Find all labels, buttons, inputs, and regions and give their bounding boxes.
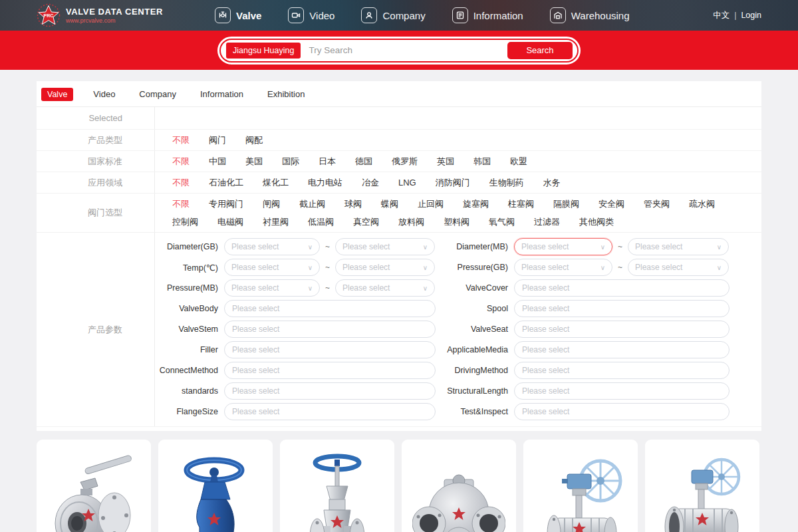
filter-option[interactable]: 截止阀 — [299, 195, 325, 213]
param-select[interactable]: Please select∨ — [224, 238, 320, 255]
param-label: ApplicableMedia — [445, 345, 514, 354]
param-input[interactable] — [224, 362, 436, 379]
filter-option[interactable]: 低温阀 — [308, 213, 334, 231]
three-way-ball-valve-image — [412, 452, 505, 532]
param-select[interactable]: Please select∨ — [514, 259, 612, 276]
filter-option[interactable]: 冶金 — [362, 174, 379, 192]
param-select[interactable]: Please select∨ — [335, 238, 435, 255]
param-select[interactable]: Please select∨ — [628, 238, 729, 255]
param-select[interactable]: Please select∨ — [224, 259, 320, 276]
range-tilde: ~ — [325, 283, 330, 293]
filter-option[interactable]: 消防阀门 — [436, 174, 470, 192]
filter-option[interactable]: 其他阀类 — [579, 213, 614, 231]
param-input[interactable] — [514, 341, 730, 358]
param-label: DrivingMethod — [445, 366, 514, 375]
filter-option[interactable]: 欧盟 — [510, 152, 527, 170]
param-input[interactable] — [224, 382, 436, 400]
product-card[interactable] — [402, 440, 516, 532]
filter-option[interactable]: 专用阀门 — [209, 195, 243, 213]
brand-logo[interactable]: PRC VALVE DATA CENTER www.prcvalve.com — [37, 3, 163, 27]
filter-option[interactable]: 蝶阀 — [381, 195, 398, 213]
filter-option[interactable]: 日本 — [319, 152, 336, 170]
product-card[interactable] — [280, 440, 394, 532]
param-input[interactable] — [514, 403, 730, 420]
param-input[interactable] — [514, 300, 730, 317]
filter-option[interactable]: LNG — [398, 174, 416, 192]
tab-exhibition[interactable]: Exhibition — [263, 87, 309, 101]
filter-option[interactable]: 美国 — [245, 152, 263, 170]
valve-icon — [215, 7, 231, 23]
filter-option[interactable]: 阀配 — [245, 131, 263, 149]
filter-option[interactable]: 氧气阀 — [489, 213, 515, 231]
filter-option[interactable]: 闸阀 — [263, 195, 280, 213]
param-input[interactable] — [514, 321, 730, 338]
param-select[interactable]: Please select∨ — [514, 238, 612, 255]
product-card[interactable] — [37, 440, 151, 532]
filter-option[interactable]: 电磁阀 — [217, 213, 243, 231]
filter-option[interactable]: 不限 — [172, 152, 190, 170]
category-tabs: Valve Video Company Information Exhibiti… — [37, 81, 761, 107]
filter-option[interactable]: 生物制药 — [489, 174, 524, 192]
filter-option[interactable]: 柱塞阀 — [508, 195, 534, 213]
nav-item-valve[interactable]: Valve — [215, 7, 261, 23]
filter-option[interactable]: 塑料阀 — [444, 213, 469, 231]
search-button[interactable]: Search — [507, 42, 573, 59]
filter-option[interactable]: 真空阀 — [353, 213, 379, 231]
filter-option[interactable]: 韩国 — [473, 152, 491, 170]
filter-option[interactable]: 球阀 — [344, 195, 362, 213]
param-select[interactable]: Please select∨ — [335, 259, 435, 276]
filter-option[interactable]: 疏水阀 — [689, 195, 715, 213]
filter-option[interactable]: 安全阀 — [598, 195, 624, 213]
filter-option[interactable]: 不限 — [172, 174, 190, 192]
product-card[interactable] — [523, 440, 638, 532]
filter-option[interactable]: 中国 — [209, 152, 226, 170]
filter-option[interactable]: 止回阀 — [418, 195, 444, 213]
param-select[interactable]: Please select∨ — [628, 259, 729, 276]
param-input[interactable] — [224, 403, 436, 420]
nav-item-information[interactable]: Information — [452, 7, 523, 23]
filter-option[interactable]: 阀门 — [209, 131, 226, 149]
tab-company[interactable]: Company — [135, 87, 180, 101]
filter-option[interactable]: 不限 — [172, 131, 190, 149]
product-card[interactable] — [158, 440, 273, 532]
filter-option[interactable]: 隔膜阀 — [553, 195, 579, 213]
param-input[interactable] — [514, 279, 730, 297]
param-input[interactable] — [224, 321, 436, 338]
nav-item-warehousing[interactable]: Warehousing — [550, 7, 630, 23]
tab-valve[interactable]: Valve — [41, 88, 73, 101]
filter-option[interactable]: 德国 — [355, 152, 372, 170]
param-input[interactable] — [514, 382, 730, 400]
login-link[interactable]: Login — [741, 11, 761, 20]
filter-option[interactable]: 水务 — [543, 174, 561, 192]
flanged-trunnion-valve-image — [656, 452, 749, 532]
tab-information[interactable]: Information — [196, 87, 247, 101]
filter-option[interactable]: 旋塞阀 — [463, 195, 489, 213]
filter-option[interactable]: 俄罗斯 — [392, 152, 418, 170]
filter-option[interactable]: 英国 — [437, 152, 454, 170]
search-keyword-tag[interactable]: Jiangsu Huaying — [226, 43, 301, 59]
language-switch[interactable]: 中文 — [713, 10, 730, 21]
filter-option[interactable]: 不限 — [172, 195, 190, 213]
param-label: Diameter(MB) — [445, 242, 514, 251]
filter-option[interactable]: 电力电站 — [308, 174, 342, 192]
param-input[interactable] — [224, 341, 436, 358]
filter-option[interactable]: 煤化工 — [263, 174, 289, 192]
filter-option[interactable]: 石油化工 — [209, 174, 243, 192]
filter-option[interactable]: 放料阀 — [398, 213, 424, 231]
param-input[interactable] — [224, 300, 436, 317]
filter-option[interactable]: 控制阀 — [172, 213, 198, 231]
search-input[interactable] — [301, 45, 507, 55]
tab-video[interactable]: Video — [89, 87, 119, 101]
filter-option[interactable]: 衬里阀 — [263, 213, 289, 231]
filter-option[interactable]: 国际 — [282, 152, 299, 170]
filter-option[interactable]: 管夹阀 — [644, 195, 670, 213]
param-input[interactable] — [514, 362, 730, 379]
blue-globe-valve-image — [169, 452, 262, 532]
param-select[interactable]: Please select∨ — [224, 279, 320, 297]
param-select[interactable]: Please select∨ — [335, 279, 435, 297]
range-tilde: ~ — [618, 242, 622, 251]
nav-item-video[interactable]: Video — [288, 7, 334, 23]
filter-option[interactable]: 过滤器 — [534, 213, 560, 231]
nav-item-company[interactable]: Company — [361, 7, 425, 23]
product-card[interactable] — [645, 440, 759, 532]
